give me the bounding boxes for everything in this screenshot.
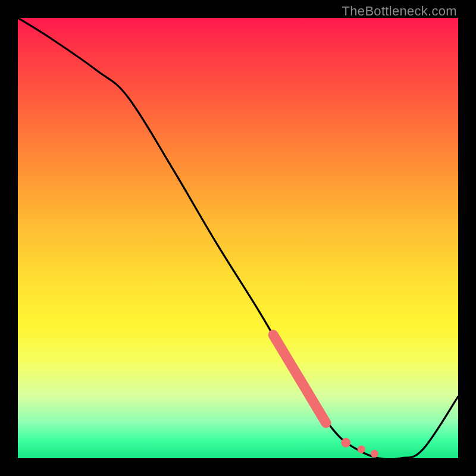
highlight-segment <box>273 335 326 423</box>
highlight-dot <box>358 446 365 453</box>
chart-frame: TheBottleneck.com <box>0 0 476 476</box>
curve-layer <box>18 18 458 458</box>
watermark-label: TheBottleneck.com <box>342 4 457 19</box>
highlight-dot <box>341 438 350 447</box>
highlight-dots <box>341 438 378 458</box>
bottleneck-curve <box>18 18 458 458</box>
plot-area <box>18 18 458 458</box>
highlight-dot <box>371 450 378 458</box>
